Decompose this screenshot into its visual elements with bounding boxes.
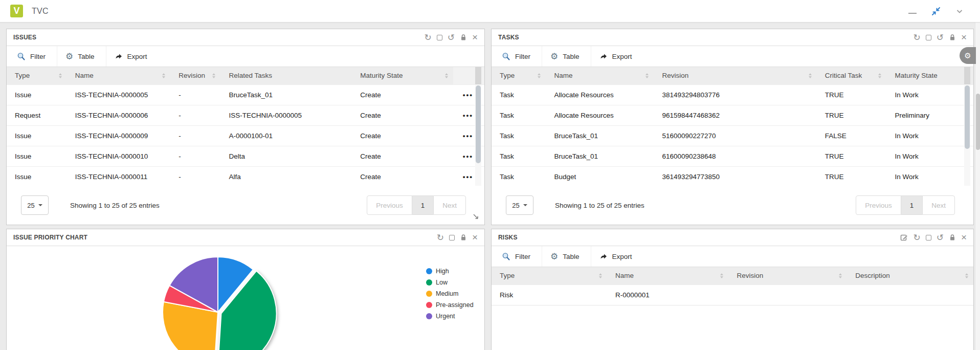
lock-icon[interactable]: [949, 34, 956, 41]
col-header-maturity-state[interactable]: Maturity State: [352, 67, 453, 84]
page-size-dropdown[interactable]: 25: [21, 195, 49, 215]
maximize-icon[interactable]: [926, 235, 931, 240]
sort-icon: [965, 273, 968, 278]
filter-label: Filter: [30, 53, 46, 60]
undo-icon[interactable]: ↺: [448, 33, 455, 42]
table-row[interactable]: Issue ISS-TECHNIA-0000011 - Alfa Create …: [7, 166, 484, 187]
table-row[interactable]: Task Allocate Resources 381493294803776 …: [492, 84, 973, 105]
edit-icon[interactable]: [900, 234, 908, 242]
cell-type: Risk: [492, 285, 607, 305]
filter-button[interactable]: Filter: [9, 46, 57, 67]
next-page-button[interactable]: Next: [433, 195, 466, 215]
cell-type: Task: [492, 166, 546, 187]
cell-critical-task: TRUE: [817, 84, 887, 105]
filter-button[interactable]: Filter: [494, 246, 542, 267]
previous-page-button[interactable]: Previous: [856, 195, 901, 215]
current-page-button[interactable]: 1: [901, 195, 923, 215]
previous-page-button[interactable]: Previous: [367, 195, 412, 215]
sort-icon: [162, 73, 165, 78]
tasks-panel: TASKS ↻ ↺ × Filter ⚙ Table Export Type N…: [491, 29, 974, 225]
col-header-related-tasks[interactable]: Related Tasks: [220, 67, 352, 84]
col-header-name[interactable]: Name: [546, 67, 654, 84]
legend-item[interactable]: Urgent: [426, 313, 474, 320]
table-row[interactable]: Issue ISS-TECHNIA-0000009 - A-0000100-01…: [7, 125, 484, 146]
resize-handle-icon[interactable]: [472, 213, 479, 222]
legend-item[interactable]: Low: [426, 279, 474, 286]
legend-dot: [426, 302, 432, 308]
page-size-dropdown[interactable]: 25: [506, 195, 533, 215]
col-header-critical-task[interactable]: Critical Task: [817, 67, 887, 84]
legend-item[interactable]: Pre-assigned: [426, 301, 474, 309]
maximize-icon[interactable]: [437, 35, 442, 40]
refresh-icon[interactable]: ↻: [913, 33, 920, 42]
cell-maturity-state: Create: [352, 84, 453, 105]
table-row[interactable]: Risk R-0000001: [492, 285, 973, 305]
filter-button[interactable]: Filter: [494, 46, 542, 67]
col-header-name[interactable]: Name: [607, 267, 728, 285]
tasks-panel-header: TASKS ↻ ↺ ×: [492, 29, 973, 46]
caret-down-icon: [38, 204, 42, 206]
col-header-type[interactable]: Type: [492, 267, 607, 285]
cell-maturity-state: In Work: [886, 146, 973, 166]
current-page-button[interactable]: 1: [412, 195, 434, 215]
col-header-revision[interactable]: Revision: [654, 67, 816, 84]
next-page-button[interactable]: Next: [922, 195, 955, 215]
table-settings-button[interactable]: ⚙ Table: [542, 46, 591, 67]
table-row[interactable]: Task Allocate Resources 961598447468362 …: [492, 105, 973, 125]
cell-type: Task: [492, 125, 546, 146]
export-button[interactable]: Export: [106, 46, 159, 67]
undo-icon[interactable]: ↺: [937, 33, 944, 42]
table-settings-button[interactable]: ⚙ Table: [57, 46, 106, 67]
refresh-icon[interactable]: ↻: [913, 233, 920, 242]
table-row[interactable]: Issue ISS-TECHNIA-0000005 - BruceTask_01…: [7, 84, 484, 105]
scrollbar-thumb[interactable]: [965, 85, 970, 149]
table-row[interactable]: Task BruceTask_01 51600090227270 FALSE I…: [492, 125, 973, 146]
sort-icon: [645, 73, 649, 78]
minimize-button[interactable]: [908, 7, 917, 16]
legend-item[interactable]: High: [426, 268, 474, 275]
gear-icon: ⚙: [550, 52, 558, 61]
col-header-name[interactable]: Name: [67, 67, 171, 84]
close-icon[interactable]: ×: [961, 232, 967, 242]
cell-name: Allocate Resources: [546, 84, 654, 105]
close-icon[interactable]: ×: [472, 232, 478, 242]
col-header-type[interactable]: Type: [492, 67, 546, 84]
maximize-icon[interactable]: [926, 35, 931, 40]
export-button[interactable]: Export: [591, 46, 643, 67]
lock-icon[interactable]: [949, 234, 956, 241]
table-row[interactable]: Issue ISS-TECHNIA-0000010 - Delta Create…: [7, 146, 484, 166]
col-header-revision[interactable]: Revision: [728, 267, 847, 285]
col-header-revision[interactable]: Revision: [170, 67, 220, 84]
filter-label: Filter: [515, 53, 530, 60]
refresh-icon[interactable]: ↻: [437, 233, 444, 242]
sort-icon: [720, 273, 723, 278]
col-header-type[interactable]: Type: [7, 67, 67, 84]
close-icon[interactable]: ×: [472, 32, 478, 42]
cell-revision: [728, 285, 847, 305]
cell-name: Allocate Resources: [546, 105, 654, 125]
col-header-description[interactable]: Description: [847, 267, 973, 285]
menu-toggle-button[interactable]: [955, 7, 964, 15]
scrollbar-thumb[interactable]: [476, 85, 481, 163]
table-settings-button[interactable]: ⚙ Table: [542, 246, 591, 267]
col-header-maturity-state[interactable]: Maturity State: [886, 67, 973, 84]
table-row[interactable]: Task Budget 361493294773850 TRUE In Work: [492, 166, 973, 187]
table-row[interactable]: Request ISS-TECHNIA-0000006 - ISS-TECHNI…: [7, 105, 484, 125]
legend-label: Low: [436, 279, 448, 286]
export-button[interactable]: Export: [591, 246, 643, 267]
entries-summary: Showing 1 to 25 of 25 entries: [555, 202, 644, 209]
undo-icon[interactable]: ↺: [937, 233, 944, 242]
collapse-button[interactable]: [931, 6, 941, 16]
maximize-icon[interactable]: [449, 235, 455, 240]
settings-flyout-tab[interactable]: ⚙: [960, 47, 976, 64]
refresh-icon[interactable]: ↻: [424, 33, 431, 42]
chart-panel-header: ISSUE PRIORITY CHART ↻ ×: [7, 229, 484, 246]
legend-item[interactable]: Medium: [426, 290, 474, 297]
scrollbar-thumb[interactable]: [976, 94, 980, 150]
issues-panel: ISSUES ↻ ↺ × Filter ⚙ Table Export Type …: [6, 29, 485, 225]
lock-icon[interactable]: [460, 34, 467, 41]
table-row[interactable]: Task BruceTask_01 61600090238648 TRUE In…: [492, 146, 973, 166]
close-icon[interactable]: ×: [961, 32, 967, 42]
lock-icon[interactable]: [460, 234, 467, 241]
export-label: Export: [612, 253, 632, 260]
